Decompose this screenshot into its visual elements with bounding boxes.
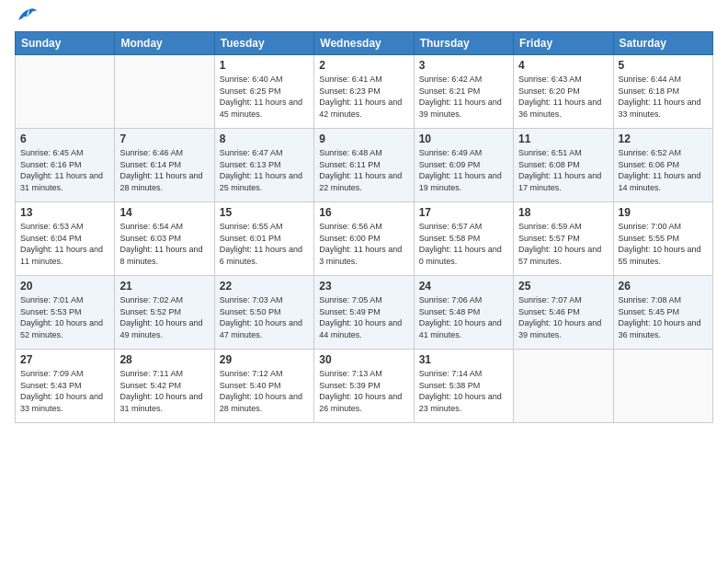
weekday-sunday: Sunday: [16, 32, 115, 55]
day-number: 21: [119, 280, 209, 293]
calendar-cell: 12Sunrise: 6:52 AM Sunset: 6:06 PM Dayli…: [613, 129, 712, 202]
day-number: 30: [319, 353, 408, 366]
day-info: Sunrise: 7:06 AM Sunset: 5:48 PM Dayligh…: [419, 294, 508, 340]
day-info: Sunrise: 6:56 AM Sunset: 6:00 PM Dayligh…: [319, 221, 408, 267]
day-number: 17: [419, 206, 508, 219]
calendar-cell: 15Sunrise: 6:55 AM Sunset: 6:01 PM Dayli…: [214, 202, 313, 276]
weekday-saturday: Saturday: [613, 32, 712, 55]
day-info: Sunrise: 6:53 AM Sunset: 6:04 PM Dayligh…: [20, 221, 109, 267]
calendar-cell: 17Sunrise: 6:57 AM Sunset: 5:58 PM Dayli…: [414, 202, 513, 276]
calendar-cell: 19Sunrise: 7:00 AM Sunset: 5:55 PM Dayli…: [613, 202, 712, 276]
calendar-cell: 25Sunrise: 7:07 AM Sunset: 5:46 PM Dayli…: [514, 276, 613, 350]
day-number: 27: [20, 353, 109, 366]
day-number: 24: [419, 280, 508, 293]
calendar-cell: 16Sunrise: 6:56 AM Sunset: 6:00 PM Dayli…: [314, 202, 414, 276]
calendar-cell: 3Sunrise: 6:42 AM Sunset: 6:21 PM Daylig…: [414, 55, 513, 129]
logo-bird-icon: [17, 7, 37, 24]
day-info: Sunrise: 6:51 AM Sunset: 6:08 PM Dayligh…: [518, 147, 608, 193]
day-info: Sunrise: 6:59 AM Sunset: 5:57 PM Dayligh…: [518, 221, 608, 267]
day-info: Sunrise: 6:41 AM Sunset: 6:23 PM Dayligh…: [319, 74, 408, 120]
calendar-week-3: 13Sunrise: 6:53 AM Sunset: 6:04 PM Dayli…: [16, 202, 713, 276]
day-number: 26: [619, 280, 708, 293]
day-number: 19: [619, 206, 708, 219]
day-info: Sunrise: 7:13 AM Sunset: 5:39 PM Dayligh…: [319, 368, 408, 414]
calendar-cell: 14Sunrise: 6:54 AM Sunset: 6:03 PM Dayli…: [115, 202, 214, 276]
page-header: [15, 15, 713, 24]
day-info: Sunrise: 7:11 AM Sunset: 5:42 PM Dayligh…: [119, 368, 209, 414]
calendar-cell: 5Sunrise: 6:44 AM Sunset: 6:18 PM Daylig…: [613, 55, 712, 129]
day-number: 12: [619, 132, 708, 145]
weekday-tuesday: Tuesday: [214, 32, 313, 55]
calendar-cell: 7Sunrise: 6:46 AM Sunset: 6:14 PM Daylig…: [115, 129, 214, 202]
day-number: 4: [518, 59, 608, 72]
day-info: Sunrise: 7:09 AM Sunset: 5:43 PM Dayligh…: [20, 368, 109, 414]
day-number: 8: [220, 132, 309, 145]
weekday-header-row: SundayMondayTuesdayWednesdayThursdayFrid…: [16, 32, 713, 55]
day-number: 2: [319, 59, 408, 72]
calendar-cell: 30Sunrise: 7:13 AM Sunset: 5:39 PM Dayli…: [314, 350, 414, 423]
calendar-cell: 27Sunrise: 7:09 AM Sunset: 5:43 PM Dayli…: [16, 350, 115, 423]
day-info: Sunrise: 7:14 AM Sunset: 5:38 PM Dayligh…: [419, 368, 508, 414]
calendar-cell: [115, 55, 214, 129]
calendar-cell: 28Sunrise: 7:11 AM Sunset: 5:42 PM Dayli…: [115, 350, 214, 423]
day-info: Sunrise: 7:02 AM Sunset: 5:52 PM Dayligh…: [119, 294, 209, 340]
calendar-cell: 11Sunrise: 6:51 AM Sunset: 6:08 PM Dayli…: [514, 129, 613, 202]
day-info: Sunrise: 7:03 AM Sunset: 5:50 PM Dayligh…: [220, 294, 309, 340]
calendar-table: SundayMondayTuesdayWednesdayThursdayFrid…: [15, 31, 713, 423]
calendar-cell: 4Sunrise: 6:43 AM Sunset: 6:20 PM Daylig…: [514, 55, 613, 129]
day-info: Sunrise: 7:00 AM Sunset: 5:55 PM Dayligh…: [619, 221, 708, 267]
day-number: 22: [220, 280, 309, 293]
calendar-cell: 29Sunrise: 7:12 AM Sunset: 5:40 PM Dayli…: [214, 350, 313, 423]
calendar-cell: 22Sunrise: 7:03 AM Sunset: 5:50 PM Dayli…: [214, 276, 313, 350]
day-info: Sunrise: 7:12 AM Sunset: 5:40 PM Dayligh…: [220, 368, 309, 414]
calendar-week-5: 27Sunrise: 7:09 AM Sunset: 5:43 PM Dayli…: [16, 350, 713, 423]
day-number: 20: [20, 280, 109, 293]
calendar-cell: 18Sunrise: 6:59 AM Sunset: 5:57 PM Dayli…: [514, 202, 613, 276]
weekday-wednesday: Wednesday: [314, 32, 414, 55]
day-info: Sunrise: 6:42 AM Sunset: 6:21 PM Dayligh…: [419, 74, 508, 120]
day-info: Sunrise: 6:46 AM Sunset: 6:14 PM Dayligh…: [119, 147, 209, 193]
day-number: 25: [518, 280, 608, 293]
calendar-cell: 24Sunrise: 7:06 AM Sunset: 5:48 PM Dayli…: [414, 276, 513, 350]
day-number: 7: [119, 132, 209, 145]
calendar-cell: 31Sunrise: 7:14 AM Sunset: 5:38 PM Dayli…: [414, 350, 513, 423]
calendar-week-2: 6Sunrise: 6:45 AM Sunset: 6:16 PM Daylig…: [16, 129, 713, 202]
logo: [15, 15, 37, 24]
calendar-cell: 23Sunrise: 7:05 AM Sunset: 5:49 PM Dayli…: [314, 276, 414, 350]
day-number: 11: [518, 132, 608, 145]
weekday-thursday: Thursday: [414, 32, 513, 55]
calendar-cell: [613, 350, 712, 423]
day-number: 9: [319, 132, 408, 145]
weekday-friday: Friday: [514, 32, 613, 55]
calendar-cell: 26Sunrise: 7:08 AM Sunset: 5:45 PM Dayli…: [613, 276, 712, 350]
day-info: Sunrise: 6:52 AM Sunset: 6:06 PM Dayligh…: [619, 147, 708, 193]
day-number: 13: [20, 206, 109, 219]
day-info: Sunrise: 6:55 AM Sunset: 6:01 PM Dayligh…: [220, 221, 309, 267]
calendar-cell: 6Sunrise: 6:45 AM Sunset: 6:16 PM Daylig…: [16, 129, 115, 202]
day-info: Sunrise: 6:44 AM Sunset: 6:18 PM Dayligh…: [619, 74, 708, 120]
day-info: Sunrise: 6:43 AM Sunset: 6:20 PM Dayligh…: [518, 74, 608, 120]
day-number: 3: [419, 59, 508, 72]
day-info: Sunrise: 7:07 AM Sunset: 5:46 PM Dayligh…: [518, 294, 608, 340]
day-number: 10: [419, 132, 508, 145]
day-number: 16: [319, 206, 408, 219]
day-info: Sunrise: 7:05 AM Sunset: 5:49 PM Dayligh…: [319, 294, 408, 340]
day-info: Sunrise: 6:49 AM Sunset: 6:09 PM Dayligh…: [419, 147, 508, 193]
calendar-week-4: 20Sunrise: 7:01 AM Sunset: 5:53 PM Dayli…: [16, 276, 713, 350]
calendar-cell: 9Sunrise: 6:48 AM Sunset: 6:11 PM Daylig…: [314, 129, 414, 202]
calendar-cell: [514, 350, 613, 423]
day-info: Sunrise: 7:08 AM Sunset: 5:45 PM Dayligh…: [619, 294, 708, 340]
weekday-monday: Monday: [115, 32, 214, 55]
day-number: 5: [619, 59, 708, 72]
day-number: 29: [220, 353, 309, 366]
calendar-cell: 2Sunrise: 6:41 AM Sunset: 6:23 PM Daylig…: [314, 55, 414, 129]
calendar-week-1: 1Sunrise: 6:40 AM Sunset: 6:25 PM Daylig…: [16, 55, 713, 129]
day-info: Sunrise: 7:01 AM Sunset: 5:53 PM Dayligh…: [20, 294, 109, 340]
day-info: Sunrise: 6:47 AM Sunset: 6:13 PM Dayligh…: [220, 147, 309, 193]
day-number: 31: [419, 353, 508, 366]
day-info: Sunrise: 6:45 AM Sunset: 6:16 PM Dayligh…: [20, 147, 109, 193]
calendar-cell: 13Sunrise: 6:53 AM Sunset: 6:04 PM Dayli…: [16, 202, 115, 276]
day-info: Sunrise: 6:54 AM Sunset: 6:03 PM Dayligh…: [119, 221, 209, 267]
day-number: 1: [220, 59, 309, 72]
calendar-cell: 8Sunrise: 6:47 AM Sunset: 6:13 PM Daylig…: [214, 129, 313, 202]
